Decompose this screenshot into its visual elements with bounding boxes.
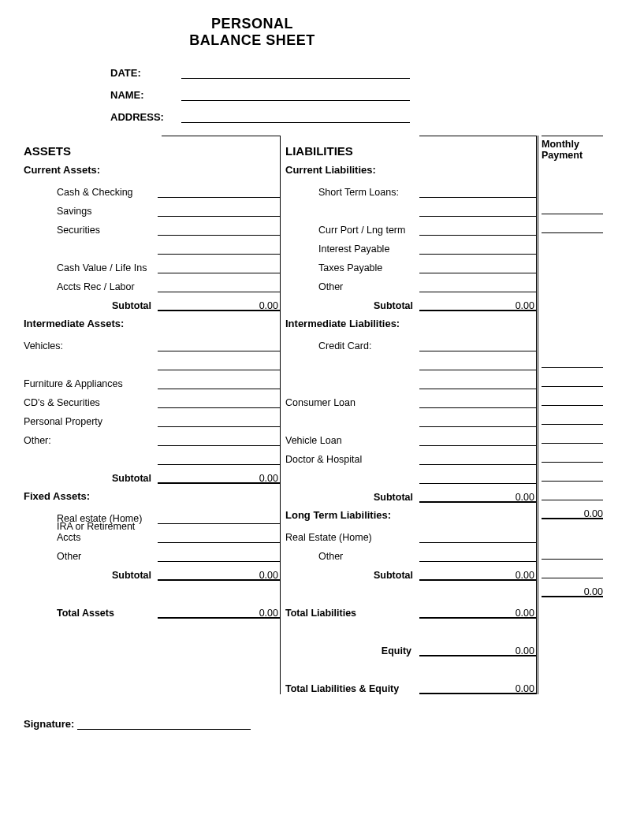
monthly-payment-column: MonthlyPayment x x 0.00 x 0.00	[536, 136, 603, 694]
short-term-loans-value[interactable]	[419, 187, 536, 198]
credit-card-value-3[interactable]	[419, 378, 536, 389]
liabilities-column: LIABILITIES Current Liabilities: Short T…	[280, 136, 536, 694]
cds-label: CD's & Securities	[24, 397, 158, 408]
other-curr-liab-value[interactable]	[419, 281, 536, 292]
cds-value[interactable]	[158, 397, 280, 408]
lt-subtotal-label: Subtotal	[285, 570, 419, 581]
blank-asset-value-1[interactable]	[158, 244, 280, 255]
savings-label: Savings	[24, 206, 158, 217]
accts-rec-label: Accts Rec / Labor	[24, 281, 158, 292]
equity-label: Equity	[285, 645, 419, 656]
mp-consumer-2[interactable]	[542, 433, 603, 444]
vehicle-loan-value[interactable]	[419, 435, 536, 446]
consumer-loan-value[interactable]	[419, 397, 536, 408]
total-assets-label: Total Assets	[24, 608, 158, 619]
lt-real-estate-value[interactable]	[419, 532, 536, 543]
date-input-line[interactable]	[181, 68, 410, 79]
fixed-subtotal: 0.00	[158, 570, 280, 581]
total-liab: 0.00	[419, 608, 536, 619]
consumer-loan-value-2[interactable]	[419, 416, 536, 427]
vehicles-value-1[interactable]	[158, 340, 280, 351]
taxes-payable-value[interactable]	[419, 262, 536, 273]
other-fixed-value[interactable]	[158, 551, 280, 562]
address-label: ADDRESS:	[110, 111, 181, 123]
curr-port-label: Curr Port / Lng term	[285, 225, 419, 236]
lt-other-value[interactable]	[419, 551, 536, 562]
cash-value-life-label: Cash Value / Life Ins	[24, 262, 158, 273]
savings-value[interactable]	[158, 206, 280, 217]
mp-vehicle[interactable]	[542, 452, 603, 463]
doctor-hospital-value[interactable]	[419, 454, 536, 465]
other-curr-liab-label: Other	[285, 281, 419, 292]
signature-line[interactable]	[77, 719, 251, 730]
lt-other-label: Other	[285, 551, 419, 562]
title-line-2: BALANCE SHEET	[134, 32, 370, 49]
int-liab-subtotal-label: Subtotal	[285, 492, 419, 503]
ira-value[interactable]	[158, 532, 280, 543]
credit-card-value-1[interactable]	[419, 340, 536, 351]
securities-value[interactable]	[158, 225, 280, 236]
assets-heading: ASSETS	[24, 144, 280, 158]
interest-payable-label: Interest Payable	[285, 244, 419, 255]
securities-label: Securities	[24, 225, 158, 236]
other-int-value[interactable]	[158, 435, 280, 446]
mp-doctor[interactable]	[542, 470, 603, 482]
lt-subtotal: 0.00	[419, 570, 536, 581]
personal-prop-label: Personal Property	[24, 416, 158, 427]
monthly-payment-heading: MonthlyPayment	[542, 139, 603, 162]
curr-port-value[interactable]	[419, 225, 536, 236]
current-assets-subtotal-label: Subtotal	[24, 300, 158, 311]
mp-consumer-1[interactable]	[542, 414, 603, 425]
vehicles-label: Vehicles:	[24, 340, 158, 351]
furniture-value[interactable]	[158, 378, 280, 389]
vehicles-value-2[interactable]	[158, 359, 280, 370]
tle-value: 0.00	[419, 683, 536, 694]
int-liab-blank[interactable]	[419, 473, 536, 484]
mp-int-subtotal: 0.00	[542, 508, 603, 519]
fixed-subtotal-label: Subtotal	[24, 570, 158, 581]
consumer-loan-label: Consumer Loan	[285, 397, 419, 408]
equity-value: 0.00	[419, 645, 536, 656]
credit-card-label: Credit Card:	[285, 340, 419, 351]
mp-credit-2[interactable]	[542, 376, 603, 387]
liabilities-heading: LIABILITIES	[285, 144, 536, 158]
mp-short-term-1[interactable]	[542, 203, 603, 214]
mp-int-blank[interactable]	[542, 489, 603, 500]
mp-credit-3[interactable]	[542, 395, 603, 406]
vehicle-loan-label: Vehicle Loan	[285, 435, 419, 446]
other-int-label: Other:	[24, 435, 158, 446]
current-liab-subtotal: 0.00	[419, 300, 536, 311]
cash-value-life-value[interactable]	[158, 262, 280, 273]
signature-label: Signature:	[24, 718, 74, 730]
lt-real-estate-label: Real Estate (Home)	[285, 532, 419, 543]
name-input-line[interactable]	[181, 90, 410, 101]
fixed-assets-head: Fixed Assets:	[24, 490, 280, 502]
assets-column: ASSETS Current Assets: Cash & Checking S…	[24, 136, 280, 694]
short-term-loans-label: Short Term Loans:	[285, 187, 419, 198]
interest-payable-value[interactable]	[419, 244, 536, 255]
intermediate-assets-head: Intermediate Assets:	[24, 318, 280, 329]
document-title: PERSONAL BALANCE SHEET	[134, 16, 370, 49]
title-line-1: PERSONAL	[134, 16, 370, 32]
mp-lt-subtotal: 0.00	[542, 586, 603, 597]
mp-credit-1[interactable]	[542, 357, 603, 368]
personal-prop-value[interactable]	[158, 416, 280, 427]
date-label: DATE:	[110, 67, 181, 79]
address-input-line[interactable]	[181, 112, 410, 123]
other-fixed-label: Other	[24, 551, 158, 562]
mp-lt-other[interactable]	[542, 567, 603, 578]
short-term-loans-value-2[interactable]	[419, 206, 536, 217]
intermediate-liab-head: Intermediate Liabilities:	[285, 318, 536, 329]
accts-rec-value[interactable]	[158, 281, 280, 292]
real-estate-value[interactable]	[158, 513, 280, 524]
current-liab-head: Current Liabilities:	[285, 164, 536, 176]
mp-short-term-2[interactable]	[542, 222, 603, 233]
int-liab-subtotal: 0.00	[419, 492, 536, 503]
credit-card-value-2[interactable]	[419, 359, 536, 370]
taxes-payable-label: Taxes Payable	[285, 262, 419, 273]
cash-checking-value[interactable]	[158, 187, 280, 198]
mp-lt-real-estate[interactable]	[542, 549, 603, 560]
other-int-value-2[interactable]	[158, 454, 280, 465]
total-liab-label: Total Liabilities	[285, 608, 419, 619]
longterm-liab-head: Long Term Liabilities:	[285, 509, 536, 521]
